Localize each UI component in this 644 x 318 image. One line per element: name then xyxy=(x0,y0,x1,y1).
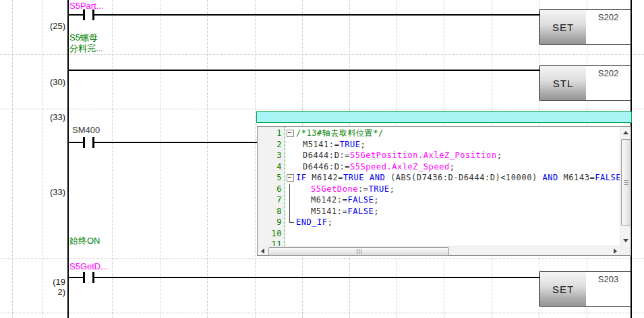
fold-collapse-icon[interactable] xyxy=(287,130,294,137)
st-line-number: 7 xyxy=(258,194,282,205)
vertical-scroll-thumb[interactable] xyxy=(621,139,631,226)
grid-line xyxy=(255,0,256,318)
ladder-editor-view: (25) S5Part... S5螺母 分料完... SET S202 (30)… xyxy=(0,0,644,318)
st-vertical-scrollbar[interactable] xyxy=(620,127,631,246)
st-code-area[interactable]: 1/*13#轴去取料位置*/2M5141:=TRUE;3D6444:D:=S5G… xyxy=(258,127,620,246)
st-code-line[interactable]: 4D6446:D:=S5Speed.AxleZ_Speed; xyxy=(258,161,620,173)
rung-step-number: (33) xyxy=(13,112,65,122)
contact-bar xyxy=(92,272,94,283)
grid-line xyxy=(0,54,644,55)
st-code-line[interactable]: 8M5141:=FALSE; xyxy=(258,206,620,217)
grid-line xyxy=(0,109,644,109)
st-line-number: 9 xyxy=(258,217,282,228)
wire xyxy=(94,142,257,143)
scroll-left-button[interactable] xyxy=(258,246,267,256)
rung-step-number: (19 xyxy=(13,277,65,287)
rung-step-number: 2) xyxy=(13,287,65,297)
set-instruction-block[interactable]: SET S202 xyxy=(539,9,631,45)
contact-bar xyxy=(92,137,94,148)
instruction-mnemonic: SET xyxy=(552,22,574,33)
wire xyxy=(69,70,539,71)
st-code-line[interactable]: 6S5GetDone:=TRUE; xyxy=(258,184,620,195)
triangle-right-icon xyxy=(614,248,617,254)
wire xyxy=(94,14,539,16)
st-line-number: 4 xyxy=(258,161,282,172)
device-label: S5Part... xyxy=(69,1,104,11)
st-code-text: S5GetDone:=TRUE; xyxy=(311,184,394,194)
contact-bar xyxy=(92,9,94,20)
st-code-text: M5141:=TRUE; xyxy=(303,139,365,150)
st-code-text: M5141:=FALSE; xyxy=(311,206,379,217)
st-code-line[interactable]: 3D6444:D:=S5GetPosition.AxleZ_Position; xyxy=(258,150,620,161)
st-line-number: 1 xyxy=(258,128,282,138)
block-bracket-icon xyxy=(289,184,290,195)
st-code-text: D6446:D:=S5Speed.AxleZ_Speed; xyxy=(303,161,455,172)
triangle-left-icon xyxy=(261,248,264,254)
triangle-up-icon xyxy=(623,131,628,134)
st-box-selection-bar[interactable] xyxy=(256,111,632,123)
left-power-rail xyxy=(67,0,69,318)
rung-step-number: (25) xyxy=(13,21,65,31)
instruction-mnemonic: SET xyxy=(552,284,574,295)
st-line-number: 5 xyxy=(258,172,282,183)
device-label: SM400 xyxy=(72,125,100,135)
st-code-text: /*13#轴去取料位置*/ xyxy=(296,128,384,138)
st-line-number: 6 xyxy=(258,184,282,194)
grid-line xyxy=(0,258,644,259)
st-line-number: 3 xyxy=(258,150,282,161)
st-code-text: END_IF; xyxy=(296,217,332,228)
st-code-line[interactable]: 10 xyxy=(258,228,620,240)
st-code-line[interactable]: 9END_IF; xyxy=(258,217,620,228)
st-code-text: IF M6142=TRUE AND (ABS(D7436:D-D6444:D)<… xyxy=(296,172,620,183)
st-code-text: D6444:D:=S5GetPosition.AxleZ_Position; xyxy=(303,150,502,161)
instruction-operand: S203 xyxy=(586,274,631,284)
grid-line xyxy=(207,0,208,318)
instruction-operand: S202 xyxy=(586,12,631,22)
scroll-down-button[interactable] xyxy=(620,235,631,246)
instruction-mnemonic: STL xyxy=(553,78,574,89)
st-line-number: 2 xyxy=(258,139,282,150)
contact-s5part[interactable]: S5Part... S5螺母 分料完... xyxy=(69,0,110,54)
instruction-operand: S202 xyxy=(586,68,631,78)
grid-line xyxy=(42,0,42,318)
set-instruction-block[interactable]: SET S203 xyxy=(539,271,631,307)
st-code-text: M6142:=FALSE; xyxy=(311,194,379,205)
device-comment: 始终ON xyxy=(69,236,100,246)
grid-line xyxy=(160,0,160,318)
contact-s5getdone[interactable]: S5GetD... xyxy=(69,261,113,288)
instruction-box: STL xyxy=(540,66,586,100)
st-line-number: 10 xyxy=(258,228,282,239)
thumb-grip-icon xyxy=(624,180,628,185)
grid-line xyxy=(0,313,644,313)
fold-collapse-icon[interactable] xyxy=(287,174,294,182)
inline-st-editor[interactable]: 1/*13#轴去取料位置*/2M5141:=TRUE;3D6444:D:=S5G… xyxy=(257,126,631,256)
horizontal-scroll-thumb[interactable] xyxy=(268,247,449,256)
contact-sm400[interactable]: SM400 xyxy=(69,124,110,151)
rung-step-number: (33) xyxy=(13,187,65,197)
st-horizontal-scrollbar[interactable] xyxy=(258,246,620,255)
scrollbar-corner xyxy=(620,246,631,255)
triangle-down-icon xyxy=(623,239,628,242)
st-line-number: 8 xyxy=(258,206,282,217)
rung-step-number: (30) xyxy=(13,77,65,87)
grid-line xyxy=(12,0,13,318)
block-bracket-icon xyxy=(289,206,290,217)
st-code-line[interactable]: 7M6142:=FALSE; xyxy=(258,194,620,206)
st-code-line[interactable]: 11 xyxy=(258,239,620,246)
st-code-line[interactable]: 1/*13#轴去取料位置*/ xyxy=(258,128,620,139)
contact-bar xyxy=(83,9,85,20)
wire xyxy=(94,277,539,278)
device-comment: S5螺母 xyxy=(69,32,98,43)
device-comment: 分料完... xyxy=(69,43,103,53)
st-code-line[interactable]: 5IF M6142=TRUE AND (ABS(D7436:D-D6444:D)… xyxy=(258,172,620,184)
st-code-line[interactable]: 2M5141:=TRUE; xyxy=(258,139,620,151)
instruction-box: SET xyxy=(540,10,586,44)
instruction-box: SET xyxy=(540,272,586,306)
stl-instruction-block[interactable]: STL S202 xyxy=(539,65,631,101)
contact-bar xyxy=(83,137,85,148)
scroll-up-button[interactable] xyxy=(620,127,631,138)
contact-bar xyxy=(83,272,85,283)
thumb-grip-icon xyxy=(357,249,361,254)
device-label: S5GetD... xyxy=(69,261,108,271)
scroll-right-button[interactable] xyxy=(610,246,620,256)
